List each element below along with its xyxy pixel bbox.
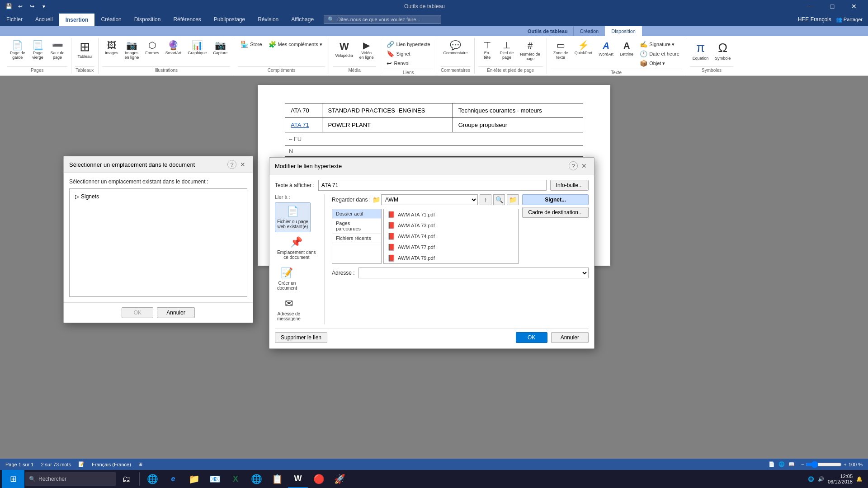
btn-store[interactable]: 🏪 Store [238, 40, 264, 49]
ata71-link[interactable]: ATA 71 [291, 122, 309, 128]
btn-pied-page[interactable]: ⊥ Pied depage [497, 40, 517, 61]
sidebar-btn-file-web[interactable]: 📄 Fichier ou pageweb existant(e) [275, 202, 311, 232]
sidebar-btn-location[interactable]: 📌 Emplacement dansce document [275, 233, 318, 263]
notification-icon[interactable]: 🔔 [856, 476, 863, 482]
zoom-out-btn[interactable]: − [801, 462, 804, 467]
spell-check-icon[interactable]: 📝 [78, 461, 85, 467]
dialog-hyperlink-close-btn[interactable]: ✕ [580, 161, 589, 170]
dialog-select-help-btn[interactable]: ? [227, 160, 236, 169]
btn-lettrine[interactable]: A Lettrine [617, 40, 636, 57]
btn-renvoi[interactable]: ↩ Renvoi [384, 59, 433, 68]
btn-signature[interactable]: ✍ Signature ▾ [637, 40, 682, 49]
taskbar-task-view[interactable]: 🗂 [117, 470, 137, 488]
tray-network-icon[interactable]: 🌐 [808, 476, 814, 482]
btn-formes[interactable]: ⬡ Formes [142, 40, 162, 56]
taskbar-acrobat[interactable]: 🔴 [309, 470, 329, 488]
dialog-select-close-btn[interactable]: ✕ [238, 160, 247, 169]
cat-dossier-actif[interactable]: Dossier actif [332, 209, 381, 219]
hyperlink-ok-btn[interactable]: OK [516, 332, 547, 343]
save-icon[interactable]: 💾 [4, 1, 14, 11]
tab-fichier[interactable]: Fichier [0, 13, 29, 26]
sidebar-btn-create-doc[interactable]: 📝 Créer undocument [275, 264, 299, 294]
dropdown-icon[interactable]: ▼ [39, 1, 49, 11]
taskbar-outlook[interactable]: 📧 [205, 470, 225, 488]
dialog-select-cancel-btn[interactable]: Annuler [157, 307, 194, 318]
context-tab-disposition[interactable]: Disposition [605, 26, 642, 36]
print-view-btn[interactable]: 📄 [768, 460, 776, 469]
btn-capture[interactable]: 📷 Capture [210, 40, 230, 56]
sidebar-btn-email[interactable]: ✉ Adresse demessagerie [275, 295, 303, 324]
signet-btn[interactable]: Signet... [522, 194, 589, 205]
read-view-btn[interactable]: 📖 [788, 460, 796, 469]
btn-date-heure[interactable]: 🕐 Date et heure [637, 49, 682, 58]
btn-page-vierge[interactable]: 📃 Pagevierge [29, 40, 47, 61]
look-in-select[interactable]: AWM [381, 194, 478, 205]
btn-objet[interactable]: 📦 Objet ▾ [637, 59, 682, 68]
supprimer-lien-btn[interactable]: Supprimer le lien [275, 332, 327, 343]
btn-page-garde[interactable]: 📄 Page degarde [7, 40, 28, 61]
btn-commentaire[interactable]: 💬 Commentaire [441, 40, 471, 56]
tray-volume-icon[interactable]: 🔊 [818, 476, 824, 482]
tab-revision[interactable]: Révision [251, 13, 285, 26]
zoom-slider[interactable] [806, 461, 842, 468]
dialog-hyperlink-help-btn[interactable]: ? [569, 161, 578, 170]
share-button[interactable]: 👥 Partager [836, 17, 863, 23]
btn-symbole[interactable]: Ω Symbole [712, 40, 733, 61]
minimize-button[interactable]: — [800, 0, 821, 13]
btn-entete[interactable]: ⊤ En-tête [478, 40, 496, 61]
taskbar-explorer[interactable]: 📁 [184, 470, 204, 488]
maximize-button[interactable]: □ [822, 0, 843, 13]
btn-images-en-ligne[interactable]: 📷 Imagesen ligne [122, 40, 142, 61]
dialog-select-ok-btn[interactable]: OK [122, 307, 153, 318]
btn-zone-texte[interactable]: ▭ Zone detexte [551, 40, 571, 61]
btn-tableau[interactable]: ⊞ Tableau [75, 40, 95, 60]
tab-accueil[interactable]: Accueil [29, 13, 59, 26]
tab-publipostage[interactable]: Publipostage [208, 13, 251, 26]
web-view-btn[interactable]: 🌐 [778, 460, 786, 469]
btn-lien-hypertexte[interactable]: 🔗 Lien hypertexte [384, 40, 433, 49]
cadre-btn[interactable]: Cadre de destination... [522, 207, 589, 218]
btn-smartart[interactable]: 🔮 SmartArt [163, 40, 184, 56]
file-item-ata74[interactable]: 📕 AWM ATA 74.pdf [384, 231, 518, 242]
ribbon-search-box[interactable]: 🔍 Dites-nous ce que vous voulez faire... [324, 15, 441, 24]
taskbar-app1[interactable]: 📋 [267, 470, 287, 488]
folder-refresh-btn[interactable]: 🔍 [493, 194, 505, 205]
address-input[interactable] [359, 267, 589, 278]
taskbar-word[interactable]: W [288, 470, 308, 488]
taskbar-search[interactable]: 🔍 Rechercher [25, 472, 116, 486]
btn-mes-complements[interactable]: 🧩 Mes compléments ▾ [266, 40, 325, 49]
btn-video[interactable]: ▶ Vidéoen ligne [357, 40, 377, 61]
undo-icon[interactable]: ↩ [15, 1, 25, 11]
context-tab-creation[interactable]: Création [574, 26, 605, 36]
taskbar-chrome[interactable]: 🌐 [246, 470, 266, 488]
tab-references[interactable]: Références [167, 13, 207, 26]
btn-images[interactable]: 🖼 Images [102, 40, 121, 56]
cat-pages-parcourues[interactable]: Pagesparcourues [332, 219, 381, 234]
tree-item-signets[interactable]: ▷ Signets [73, 192, 243, 201]
zoom-in-btn[interactable]: + [844, 462, 846, 467]
tab-affichage[interactable]: Affichage [285, 13, 320, 26]
folder-new-btn[interactable]: 📁 [507, 194, 519, 205]
btn-signet[interactable]: 🔖 Signet [384, 49, 433, 58]
cat-fichiers-recents[interactable]: Fichiers récents [332, 234, 381, 243]
file-item-ata73[interactable]: 📕 AWM ATA 73.pdf [384, 220, 518, 231]
start-button[interactable]: ⊞ [2, 470, 24, 488]
btn-equation[interactable]: π Équation [690, 40, 712, 61]
file-item-ata77[interactable]: 📕 AWM ATA 77.pdf [384, 242, 518, 253]
tab-disposition[interactable]: Disposition [128, 13, 167, 26]
redo-icon[interactable]: ↪ [27, 1, 37, 11]
tab-insertion[interactable]: Insertion [59, 13, 95, 26]
file-item-ata71[interactable]: 📕 AWM ATA 71.pdf [384, 209, 518, 220]
btn-numero-page[interactable]: # Numéro depage [517, 40, 543, 62]
tooltip-btn[interactable]: Info-bulle... [550, 180, 589, 191]
btn-quickpart[interactable]: ⚡ QuickPart [572, 40, 595, 56]
btn-saut-page[interactable]: ➖ Saut depage [48, 40, 67, 61]
btn-wordart[interactable]: A WordArt [596, 40, 616, 57]
folder-up-btn[interactable]: ↑ [480, 194, 491, 205]
btn-wikipedia[interactable]: W Wikipédia [333, 40, 356, 59]
taskbar-edge[interactable]: 🌐 [142, 470, 162, 488]
close-button[interactable]: ✕ [844, 0, 864, 13]
btn-graphique[interactable]: 📊 Graphique [185, 40, 209, 56]
tab-creation[interactable]: Création [94, 13, 127, 26]
taskbar-ie[interactable]: e [163, 470, 183, 488]
